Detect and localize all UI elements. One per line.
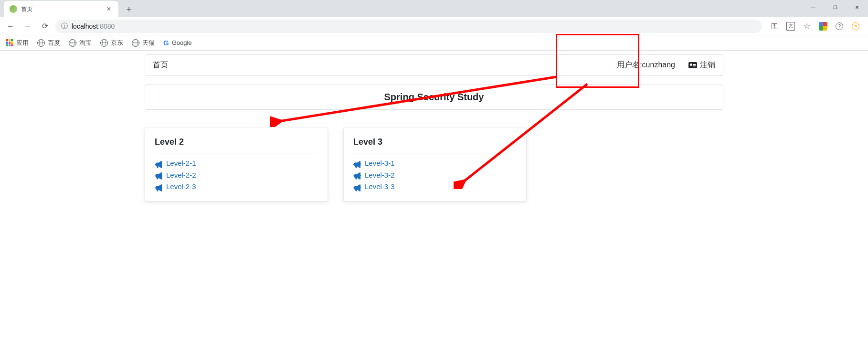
link-level-3-1[interactable]: Level-3-1 [353,158,517,169]
apps-label: 应用 [16,39,29,47]
close-icon[interactable]: × [105,5,113,13]
tab-title: 首页 [21,5,101,13]
page-body: 首页 用户名:cunzhang 注销 Spring Security Study… [0,51,868,205]
card-level-2: Level 2 Level-2-1 Level-2-2 Level-2-3 [145,127,328,202]
address-bar: ← → ⟳ ⓘ localhost:8080 ⚿ 文 ☆ ? ✕ [0,17,868,35]
link-level-3-3[interactable]: Level-3-3 [353,181,517,192]
tab-bar: 首页 × + ― ☐ ✕ [0,0,868,17]
key-icon[interactable]: ⚿ [770,21,779,31]
cards-row: Level 2 Level-2-1 Level-2-2 Level-2-3 Le… [145,127,723,202]
google-icon: G [163,39,169,47]
id-card-icon [688,62,697,68]
info-icon[interactable]: ⓘ [61,22,68,31]
star-icon[interactable]: ☆ [802,21,812,31]
translate-icon[interactable]: 文 [786,21,795,31]
bullhorn-icon [155,184,162,190]
home-link[interactable]: 首页 [153,60,168,70]
close-window-button[interactable]: ✕ [846,0,868,14]
page-title-box: Spring Security Study [145,85,723,110]
bullhorn-icon [353,184,361,190]
reload-button[interactable]: ⟳ [38,20,52,33]
link-level-2-3[interactable]: Level-2-3 [155,181,318,192]
minimize-button[interactable]: ― [802,0,824,14]
bookmark-baidu[interactable]: 百度 [37,39,60,47]
link-level-2-1[interactable]: Level-2-1 [155,158,318,169]
bookmarks-bar: 应用 百度 淘宝 京东 天猫 G Google [0,35,868,51]
page-title: Spring Security Study [152,92,716,103]
url-input[interactable]: ⓘ localhost:8080 [55,20,762,33]
help-icon[interactable]: ? [835,21,844,31]
block-icon[interactable]: ✕ [851,21,860,31]
username-label: 用户名:cunzhang [617,60,675,70]
favicon-icon [10,5,17,13]
browser-chrome: 首页 × + ― ☐ ✕ ← → ⟳ ⓘ localhost:8080 ⚿ 文 … [0,0,868,51]
bullhorn-icon [353,160,361,167]
card-title: Level 3 [353,137,517,147]
address-actions: ⚿ 文 ☆ ? ✕ [766,21,864,31]
bullhorn-icon [155,172,162,178]
bookmark-tmall[interactable]: 天猫 [132,39,155,47]
card-title: Level 2 [155,137,318,147]
browser-tab[interactable]: 首页 × [4,1,118,17]
apps-icon [6,39,13,47]
apps-button[interactable]: 应用 [6,39,29,47]
logout-button[interactable]: 注销 [688,60,715,70]
logout-label: 注销 [700,60,715,70]
forward-button[interactable]: → [21,20,34,33]
bookmark-jd[interactable]: 京东 [100,39,123,47]
bullhorn-icon [155,160,162,167]
globe-icon [37,39,45,47]
globe-icon [100,39,108,47]
maximize-button[interactable]: ☐ [824,0,846,14]
link-level-2-2[interactable]: Level-2-2 [155,170,318,181]
link-level-3-2[interactable]: Level-3-2 [353,170,517,181]
page-topbar: 首页 用户名:cunzhang 注销 [145,54,723,76]
back-button[interactable]: ← [4,20,17,33]
bookmark-taobao[interactable]: 淘宝 [69,39,92,47]
divider [155,153,318,153]
bullhorn-icon [353,172,361,178]
url-host: localhost [72,22,98,30]
window-controls: ― ☐ ✕ [802,0,868,14]
globe-icon [132,39,139,47]
url-port: :8080 [98,22,115,30]
bookmark-google[interactable]: G Google [163,39,192,47]
divider [353,153,517,153]
new-tab-button[interactable]: + [122,3,136,16]
extension-icon[interactable] [818,21,828,31]
globe-icon [69,39,76,47]
card-level-3: Level 3 Level-3-1 Level-3-2 Level-3-3 [343,127,527,202]
